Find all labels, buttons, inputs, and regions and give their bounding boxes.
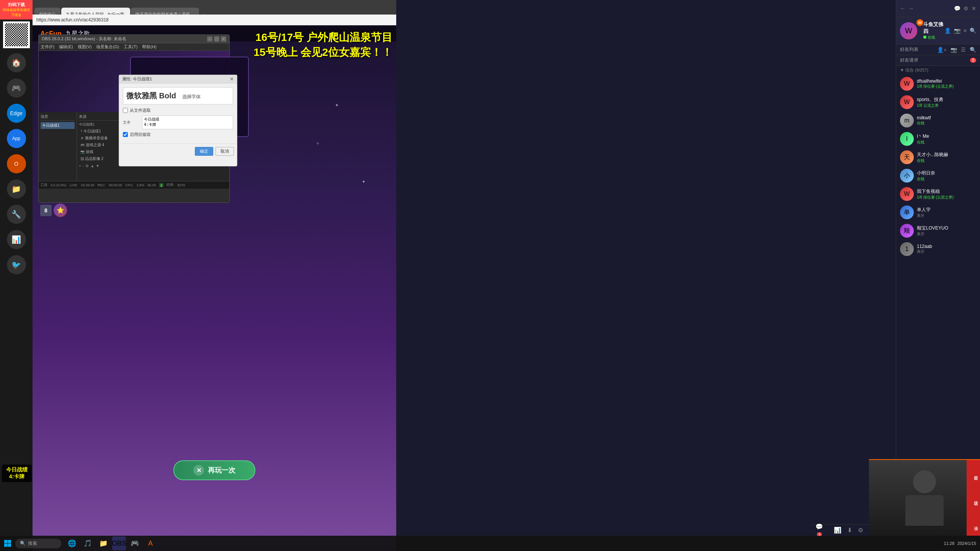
search-icon[interactable]: 🔍 [970, 28, 976, 34]
friend-name-4: 天才小...陈晓赫 [917, 152, 976, 158]
panel-icon-chat[interactable]: 💬 [954, 5, 960, 11]
friend-info-2: milkwtf 在线 [917, 115, 976, 126]
sidebar-icon-ms-edge[interactable]: Edge [7, 104, 26, 123]
list-icon[interactable]: ≡ [964, 28, 967, 34]
friend-item-2[interactable]: m milkwtf 在线 [896, 111, 980, 130]
sidebar-icon-tool[interactable]: 🔧 [7, 205, 26, 224]
obs-minimize-button[interactable]: ─ [207, 36, 212, 42]
text-dialog-ok-button[interactable]: 确定 [195, 147, 213, 156]
play-again-button[interactable]: ✕ 再玩一次 [173, 460, 255, 480]
add-friend-icon[interactable]: 👤 [944, 28, 951, 34]
obs-menu-edit[interactable]: 编辑(E) [59, 44, 73, 50]
rank-number-8: 8 [40, 205, 52, 216]
friend-item-9[interactable]: 1 112aab 离开 [896, 240, 980, 258]
panel-forward-icon[interactable]: → [908, 5, 914, 11]
text-value-input[interactable]: 今日战绩 4:卡牌 [142, 116, 233, 129]
obs-menu-file[interactable]: 文件(F) [41, 44, 54, 50]
obs-source-up[interactable]: ▲ [90, 164, 94, 168]
taskbar-apps: 🌐 🎵 📁 OBS 🎮 A [65, 536, 157, 550]
taskbar-app-folder[interactable]: 📁 [96, 536, 110, 550]
chat-tab-icon[interactable]: 💬 3 [815, 523, 828, 537]
text-dialog-cancel-button[interactable]: 取消 [216, 147, 234, 156]
friend-item-0[interactable]: W dfsailhewlfei 1/8 排位赛 (云流之界) [896, 75, 980, 93]
sidebar-icon-app1[interactable]: App [7, 129, 26, 148]
friend-info-5: 小明日奈 在线 [917, 170, 976, 182]
svg-rect-0 [4, 540, 8, 543]
friend-item-7[interactable]: 单 单人宇 离开 [896, 203, 980, 222]
obs-close-button[interactable]: ✕ [221, 36, 226, 42]
banner-line1: 16号/17号 户外爬山温泉节目 [254, 30, 393, 45]
taskbar-app-obs[interactable]: OBS [112, 536, 126, 550]
text-properties-dialog: 属性: 今日战绩1 ✕ 微软雅黑 Bold 选择字体 从文件选取 文本 今日战绩… [119, 75, 237, 166]
taskbar-app-music[interactable]: 🎵 [81, 536, 95, 550]
obs-source-settings[interactable]: ⚙ [85, 164, 89, 168]
obs-source-remove[interactable]: - [83, 164, 84, 168]
stats-icon[interactable]: 📊 [834, 527, 841, 534]
settings-icon[interactable]: ⚙ [858, 527, 863, 534]
taskbar-app-browser[interactable]: A [144, 536, 157, 550]
friend-info-8: 顺宝LOVEYUO 离开 [917, 225, 976, 237]
obs-scene-item-0[interactable]: 今日战绩1 [41, 122, 75, 129]
text-dialog-buttons: 确定 取消 [119, 143, 237, 159]
taskbar-app-edge[interactable]: 🌐 [65, 536, 79, 550]
list-view-icon[interactable]: ☰ [961, 47, 966, 53]
text-dialog-close-button[interactable]: ✕ [230, 76, 234, 82]
text-value-row: 文本 今日战绩 4:卡牌 [123, 116, 233, 129]
play-again-close-icon[interactable]: ✕ [193, 465, 204, 476]
sidebar-icon-game[interactable]: 🎮 [7, 78, 26, 98]
taskbar-search-box[interactable]: 🔍 搜索 [15, 539, 61, 548]
taskbar-app-game[interactable]: 🎮 [128, 536, 142, 550]
sidebar-icon-office[interactable]: O [7, 154, 26, 173]
friend-item-4[interactable]: 天 天才小...陈晓赫 在线 [896, 148, 980, 166]
camera-stream-icon[interactable]: 📷 [951, 47, 957, 53]
left-sidebar: 扫码下载 阿涛叔叔带你领百万现金 🏠 🎮 Edge App O 📁 🔧 📊 🐦 … [0, 0, 33, 551]
friend-item-1[interactable]: W sports、技勇 1/8 云流之界 [896, 93, 980, 111]
sidebar-icon-folder[interactable]: 📁 [7, 179, 26, 199]
friend-item-8[interactable]: 顺 顺宝LOVEYUO 离开 [896, 222, 980, 240]
obs-status-fps-val: 0.0 (0.0%) [51, 183, 67, 187]
add-friend-button[interactable]: 👤+ [937, 47, 947, 53]
obs-source-down[interactable]: ▼ [96, 164, 100, 168]
obs-maximize-button[interactable]: □ [214, 36, 219, 42]
obs-source-add[interactable]: + [79, 164, 81, 168]
friend-status-7: 离开 [917, 213, 976, 218]
sidebar-icon-monitor[interactable]: 📊 [7, 230, 26, 249]
svg-rect-3 [8, 544, 11, 547]
sidebar-icon-bird[interactable]: 🐦 [7, 255, 26, 274]
panel-close-icon[interactable]: ✕ [972, 5, 976, 11]
address-text[interactable]: https://www.acfun.cn/v/ac42936318 [36, 17, 109, 23]
scan-label: 扫码下载 [2, 2, 31, 8]
address-bar[interactable]: https://www.acfun.cn/v/ac42936318 [33, 15, 396, 25]
streamer-avatar: W [900, 22, 917, 39]
taskbar-start-button[interactable] [0, 536, 15, 551]
friend-item-5[interactable]: 小 小明日奈 在线 [896, 166, 980, 185]
search-friends-icon[interactable]: 🔍 [970, 47, 976, 53]
text-value-label: 文本 [123, 120, 142, 125]
friend-name-9: 112aab [917, 244, 976, 249]
taskbar: 🔍 搜索 🌐 🎵 📁 OBS 🎮 A 11:28 2024/1/15 [0, 536, 980, 551]
rank-item-8[interactable]: 8 ⭐ [40, 204, 78, 217]
friend-status-4: 在线 [917, 158, 976, 163]
friend-request-bar[interactable]: 好友请求 5 [896, 55, 980, 66]
friends-list: W dfsailhewlfei 1/8 排位赛 (云流之界) W sports、… [896, 75, 980, 258]
panel-back-icon[interactable]: ← [900, 5, 905, 11]
obs-menu-scene[interactable]: 场景集合(G) [96, 44, 119, 50]
obs-menu-view[interactable]: 视图(V) [78, 44, 92, 50]
webcam-body [905, 495, 944, 526]
obs-menu-tools[interactable]: 工具(T) [124, 44, 137, 50]
font-select-label[interactable]: 选择字体 [182, 94, 201, 99]
status-dot [923, 36, 926, 39]
obs-status-live-label: LIVE: [70, 183, 78, 187]
panel-settings-icon[interactable]: ⚙ [964, 5, 969, 11]
download-icon[interactable]: ⬇ [847, 527, 852, 534]
friend-item-3[interactable]: I I丶Me 在线 [896, 130, 980, 148]
antialias-checkbox[interactable] [123, 132, 128, 137]
section-collapse-icon[interactable]: ▼ [900, 68, 904, 72]
obs-menu-help[interactable]: 帮助(H) [142, 44, 156, 50]
sidebar-icon-home[interactable]: 🏠 [7, 53, 26, 72]
obs-status-cpu-label: CPU: [125, 183, 134, 187]
antialias-label: 启用抗锯齿 [130, 132, 151, 137]
from-file-checkbox[interactable] [123, 108, 128, 113]
camera-icon[interactable]: 📷 [954, 28, 960, 34]
friend-item-6[interactable]: W 我下鱼视稳 1/8 排位赛 (云层之界) [896, 185, 980, 203]
